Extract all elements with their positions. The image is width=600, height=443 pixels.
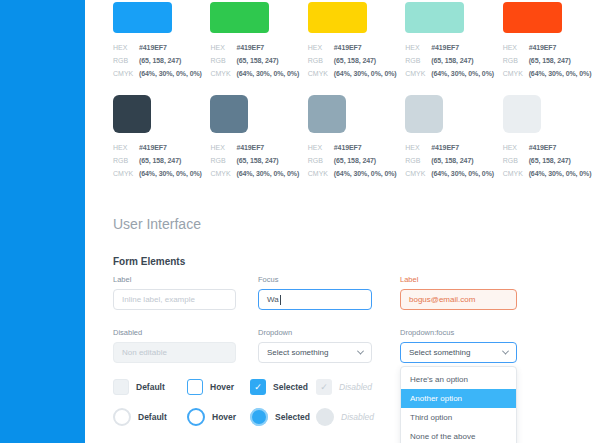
radio-icon[interactable] [187,408,205,426]
rgb-label: RGB [308,54,334,67]
radio-disabled: Disabled [316,408,374,426]
dropdown-select[interactable]: Select something [258,342,372,363]
dropdown-value: Select something [267,348,328,357]
field-error: Label bogus@email.com [400,275,517,310]
field-label: Label Inline label, example [113,275,236,310]
field-focus: Focus Wa [258,275,372,310]
checkbox-hover[interactable]: Hover [187,379,250,395]
color-swatch-blue [113,2,172,33]
cmyk-value: (64%, 30%, 0%, 0%) [529,67,592,80]
cmyk-value: (64%, 30%, 0%, 0%) [139,67,202,80]
form-row-inputs: Label Inline label, example Focus Wa Lab… [113,275,600,310]
rgb-label: RGB [210,54,236,67]
color-card: HEX#419EF7 RGB(65, 158, 247) CMYK(64%, 3… [210,2,307,80]
cmyk-label: CMYK [405,67,431,80]
rgb-value: (65, 158, 247) [431,54,473,67]
checkbox-default[interactable]: Default [113,379,187,395]
radio-label: Hover [212,412,236,422]
dropdown-option[interactable]: Here's an option [401,370,516,389]
hex-label: HEX [210,41,236,54]
radio-label: Disabled [341,412,374,422]
rgb-value: (65, 158, 247) [236,54,278,67]
cmyk-value: (64%, 30%, 0%, 0%) [334,67,397,80]
dropdown-select-focused[interactable]: Select something [400,342,517,363]
field-disabled: Disabled Non editable [113,328,236,363]
hex-value: #419EF7 [529,141,557,154]
color-spec: HEX#419EF7 RGB(65, 158, 247) CMYK(64%, 3… [308,41,405,80]
color-spec: HEX#419EF7 RGB(65, 158, 247) CMYK(64%, 3… [210,41,307,80]
rgb-value: (65, 158, 247) [529,54,571,67]
text-input-default[interactable]: Inline label, example [113,289,236,310]
text-cursor [280,295,281,305]
dropdown-option-highlighted[interactable]: Another option [401,389,516,408]
cmyk-label: CMYK [113,167,139,180]
radio-icon[interactable] [113,408,131,426]
cmyk-value: (64%, 30%, 0%, 0%) [334,167,397,180]
color-card: HEX#419EF7 RGB(65, 158, 247) CMYK(64%, 3… [405,2,502,80]
rgb-value: (65, 158, 247) [334,54,376,67]
radio-selected[interactable]: Selected [250,408,316,426]
checkbox-label: Hover [210,382,234,392]
hex-value: #419EF7 [236,141,264,154]
hex-value: #419EF7 [334,141,362,154]
hex-label: HEX [113,41,139,54]
checkbox-icon[interactable] [187,379,203,395]
hex-label: HEX [503,41,529,54]
hex-label: HEX [503,141,529,154]
text-input-error[interactable]: bogus@email.com [400,289,517,310]
rgb-label: RGB [308,154,334,167]
hex-label: HEX [210,141,236,154]
checkbox-icon[interactable]: ✓ [250,379,266,395]
cmyk-value: (64%, 30%, 0%, 0%) [431,67,494,80]
hex-label: HEX [308,41,334,54]
radio-hover[interactable]: Hover [187,408,250,426]
cmyk-label: CMYK [308,167,334,180]
field-disabled-caption: Disabled [113,328,236,337]
dropdown-option[interactable]: None of the above [401,427,516,443]
color-spec: HEX#419EF7 RGB(65, 158, 247) CMYK(64%, 3… [113,141,210,180]
color-swatch-orange [503,2,562,33]
hex-value: #419EF7 [334,41,362,54]
field-focus-caption: Focus [258,275,372,284]
color-spec: HEX#419EF7 RGB(65, 158, 247) CMYK(64%, 3… [210,141,307,180]
checkbox-row: Default Hover ✓ Selected ✓ Disabled [113,379,600,395]
chevron-down-icon [502,348,509,355]
hex-value: #419EF7 [431,41,459,54]
hex-value: #419EF7 [529,41,557,54]
check-icon: ✓ [320,383,328,392]
field-dropdown-caption: Dropdown [258,328,372,337]
hex-value: #419EF7 [139,41,167,54]
hex-label: HEX [405,141,431,154]
radio-default[interactable]: Default [113,408,187,426]
field-label-caption: Label [113,275,236,284]
cmyk-label: CMYK [503,167,529,180]
hex-label: HEX [308,141,334,154]
color-card: HEX#419EF7 RGB(65, 158, 247) CMYK(64%, 3… [308,80,405,180]
radio-icon[interactable] [250,408,268,426]
color-swatch-mint [405,2,464,33]
rgb-value: (65, 158, 247) [236,154,278,167]
cmyk-value: (64%, 30%, 0%, 0%) [529,167,592,180]
rgb-value: (65, 158, 247) [529,154,571,167]
checkbox-selected[interactable]: ✓ Selected [250,379,316,395]
color-swatch-light-slate [308,95,346,133]
check-icon: ✓ [254,383,262,392]
cmyk-value: (64%, 30%, 0%, 0%) [431,167,494,180]
radio-label: Default [138,412,167,422]
color-spec: HEX#419EF7 RGB(65, 158, 247) CMYK(64%, 3… [405,141,502,180]
field-dropdown-focus: Dropdown:focus Select something Here's a… [400,328,517,363]
field-error-caption: Label [400,275,517,284]
text-input-focus[interactable]: Wa [258,289,372,310]
checkbox-icon: ✓ [316,379,332,395]
cmyk-value: (64%, 30%, 0%, 0%) [139,167,202,180]
rgb-label: RGB [503,154,529,167]
input-placeholder: Non editable [122,348,167,357]
color-spec: HEX#419EF7 RGB(65, 158, 247) CMYK(64%, 3… [503,141,600,180]
cmyk-label: CMYK [405,167,431,180]
rgb-label: RGB [405,54,431,67]
checkbox-label: Disabled [339,382,372,392]
checkbox-icon[interactable] [113,379,129,395]
dropdown-option[interactable]: Third option [401,408,516,427]
input-value: Wa [267,295,279,304]
checkbox-disabled: ✓ Disabled [316,379,372,395]
